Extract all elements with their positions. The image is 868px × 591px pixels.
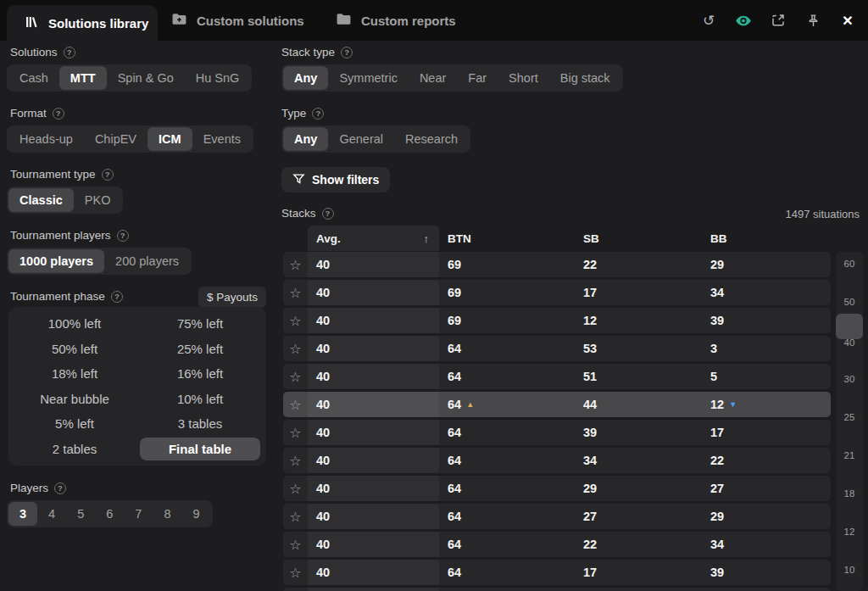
option-type-any[interactable]: Any	[283, 127, 328, 151]
option-near[interactable]: Near	[409, 66, 457, 90]
stacks-table: ☆ 40 69 22 29 ☆ 40 69 17 34 ☆ 40 69 12 3…	[283, 252, 831, 591]
stack-type-label: Stack type ?	[281, 46, 353, 59]
help-icon[interactable]: ?	[322, 208, 334, 220]
option-icm[interactable]: ICM	[147, 127, 192, 151]
cell-bb: 5	[702, 370, 831, 383]
option-symmetric[interactable]: Symmetric	[328, 66, 408, 90]
help-icon[interactable]: ?	[53, 108, 64, 120]
star-icon[interactable]: ☆	[283, 313, 308, 329]
star-icon[interactable]: ☆	[283, 341, 308, 357]
table-row[interactable]: ☆ 40 69 12 39	[283, 308, 831, 333]
solutions-segment: Cash MTT Spin & Go Hu SnG	[7, 64, 252, 92]
phase-3-tables[interactable]: 3 tables	[140, 412, 260, 436]
option-1000-players[interactable]: 1000 players	[8, 249, 104, 273]
option-players-3[interactable]: 3	[8, 502, 37, 526]
option-stack-any[interactable]: Any	[283, 66, 328, 90]
phase-10-left[interactable]: 10% left	[140, 387, 260, 411]
help-icon[interactable]: ?	[312, 108, 324, 120]
phase-5-left[interactable]: 5% left	[14, 412, 135, 436]
option-general[interactable]: General	[328, 127, 394, 151]
phase-50-left[interactable]: 50% left	[14, 337, 135, 361]
close-icon[interactable]: ✕	[839, 12, 856, 29]
option-players-6[interactable]: 6	[95, 502, 124, 526]
table-row[interactable]: ☆ 40 69 22 29	[283, 252, 831, 277]
stack-scroll-rail[interactable]: 60 50 40 30 25 21 18 12 10	[836, 252, 863, 591]
eye-icon[interactable]	[735, 12, 752, 29]
column-header-btn[interactable]: BTN	[439, 232, 575, 245]
help-icon[interactable]: ?	[102, 169, 114, 181]
star-icon[interactable]: ☆	[283, 397, 308, 413]
table-row[interactable]: ☆ 40 64 51 5	[283, 364, 831, 389]
players-label: Players ?	[10, 482, 66, 494]
show-filters-button[interactable]: Show filters	[281, 167, 390, 192]
sort-ascending-icon[interactable]: ↑	[424, 232, 430, 245]
phase-75-left[interactable]: 75% left	[140, 312, 260, 336]
table-row-partial[interactable]	[283, 588, 831, 591]
star-icon[interactable]: ☆	[283, 509, 308, 525]
option-classic[interactable]: Classic	[8, 188, 74, 212]
option-events[interactable]: Events	[192, 127, 252, 151]
payouts-button[interactable]: $ Payouts	[198, 287, 266, 308]
stacks-label: Stacks ?	[281, 207, 334, 220]
star-icon[interactable]: ☆	[283, 453, 308, 469]
table-row-selected[interactable]: ☆ 40 64 ▲ 44 12 ▼	[283, 392, 831, 417]
help-icon[interactable]: ?	[64, 47, 75, 59]
phase-18-left[interactable]: 18% left	[14, 362, 135, 386]
star-icon[interactable]: ☆	[283, 425, 308, 441]
tournament-players-label: Tournament players ?	[10, 229, 129, 242]
star-icon[interactable]: ☆	[283, 369, 308, 385]
option-big-stack[interactable]: Big stack	[549, 66, 621, 90]
phase-near-bubble[interactable]: Near bubble	[14, 387, 135, 411]
table-row[interactable]: ☆ 40 64 27 29	[283, 504, 831, 529]
option-far[interactable]: Far	[457, 66, 498, 90]
option-research[interactable]: Research	[394, 127, 469, 151]
scrollbar-thumb[interactable]	[836, 314, 863, 339]
option-heads-up[interactable]: Heads-up	[8, 127, 84, 151]
pin-icon[interactable]	[804, 12, 821, 29]
star-icon[interactable]: ☆	[283, 285, 308, 301]
tab-solutions-library[interactable]: Solutions library	[7, 5, 158, 41]
phase-final-table[interactable]: Final table	[140, 438, 260, 461]
option-spin-and-go[interactable]: Spin & Go	[107, 66, 185, 90]
table-row[interactable]: ☆ 40 64 17 39	[283, 560, 831, 585]
option-players-5[interactable]: 5	[66, 502, 95, 526]
option-cash[interactable]: Cash	[8, 66, 59, 90]
refresh-icon[interactable]: ↺	[700, 12, 717, 29]
option-pko[interactable]: PKO	[74, 188, 122, 212]
option-short[interactable]: Short	[498, 66, 549, 90]
phase-100-left[interactable]: 100% left	[14, 312, 135, 336]
type-segment: Any General Research	[281, 125, 470, 153]
option-hu-sng[interactable]: Hu SnG	[185, 66, 251, 90]
option-players-9[interactable]: 9	[181, 502, 210, 526]
option-mtt[interactable]: MTT	[59, 66, 107, 90]
help-icon[interactable]: ?	[117, 230, 129, 242]
option-chipev[interactable]: ChipEV	[84, 127, 147, 151]
star-icon[interactable]: ☆	[283, 257, 308, 273]
star-icon[interactable]: ☆	[283, 537, 308, 553]
help-icon[interactable]: ?	[111, 291, 123, 303]
help-icon[interactable]: ?	[341, 47, 353, 59]
table-row[interactable]: ☆ 40 64 22 34	[283, 532, 831, 557]
table-row[interactable]: ☆ 40 64 29 27	[283, 476, 831, 501]
phase-25-left[interactable]: 25% left	[140, 337, 260, 361]
column-header-sb[interactable]: SB	[575, 232, 702, 245]
table-row[interactable]: ☆ 40 64 34 22	[283, 448, 831, 473]
phase-2-tables[interactable]: 2 tables	[14, 438, 135, 461]
tab-custom-solutions[interactable]: Custom solutions	[171, 0, 304, 41]
phase-16-left[interactable]: 16% left	[140, 362, 260, 386]
option-200-players[interactable]: 200 players	[104, 249, 190, 273]
table-row[interactable]: ☆ 40 64 39 17	[283, 420, 831, 445]
column-header-avg[interactable]: Avg. ↑	[308, 226, 439, 251]
option-players-7[interactable]: 7	[124, 502, 153, 526]
open-external-icon[interactable]	[770, 12, 787, 29]
column-header-bb[interactable]: BB	[702, 232, 831, 245]
tab-custom-reports[interactable]: Custom reports	[336, 0, 456, 41]
star-icon[interactable]: ☆	[283, 565, 308, 581]
table-row[interactable]: ☆ 40 69 17 34	[283, 280, 831, 305]
cell-sb: 51	[575, 370, 702, 383]
help-icon[interactable]: ?	[54, 482, 66, 494]
star-icon[interactable]: ☆	[283, 481, 308, 497]
option-players-8[interactable]: 8	[153, 502, 181, 526]
option-players-4[interactable]: 4	[37, 502, 66, 526]
table-row[interactable]: ☆ 40 64 53 3	[283, 336, 831, 361]
